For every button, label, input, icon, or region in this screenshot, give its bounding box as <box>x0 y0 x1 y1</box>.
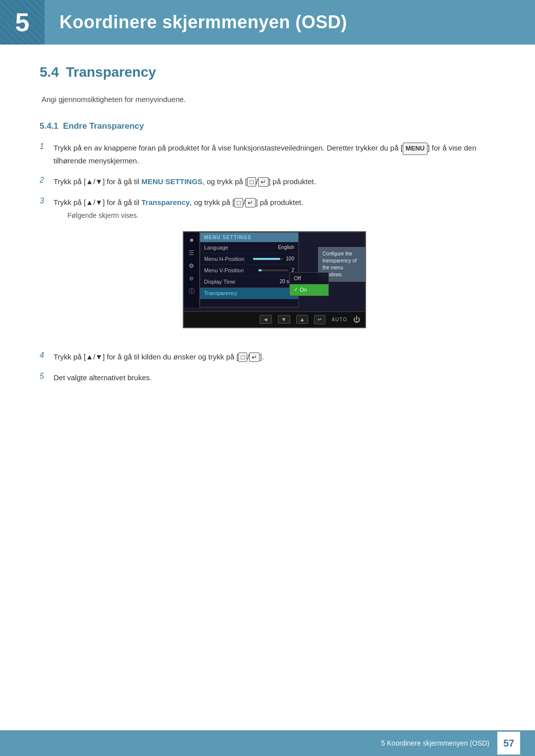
bottom-btn-enter: ↵ <box>314 315 325 324</box>
main-content: 5.4 Transparency Angi gjennomsiktigheten… <box>0 64 535 384</box>
bottom-power-icon: ⏻ <box>353 315 360 323</box>
osd-value-language: English <box>278 245 294 250</box>
section-description: Angi gjennomsiktigheten for menyvinduene… <box>42 95 495 103</box>
bar-fill-h-position <box>253 258 280 260</box>
monitor-sidebar: ■ ☰ ⚙ ⛭ ⓘ <box>184 232 200 307</box>
step-4: 4 Trykk på [▲/▼] for å gå til kilden du … <box>40 351 495 363</box>
footer-page-number: 57 <box>497 732 520 755</box>
osd-item-v-position: Menu V-Position 2 <box>200 265 298 276</box>
bar-h-position <box>253 258 283 260</box>
step-2: 2 Trykk på [▲/▼] for å gå til MENU SETTI… <box>40 176 495 188</box>
submenu-item-off: Off <box>290 273 328 284</box>
sidebar-icon-1: ■ <box>187 236 197 244</box>
osd-submenu: Off ✓ On <box>289 272 329 296</box>
step-4-text: Trykk på [▲/▼] for å gå til kilden du øn… <box>54 351 495 363</box>
following-text: Følgende skjerm vises. <box>67 211 495 219</box>
osd-menu: MENU SETTINGS Language English Menu H-Po… <box>200 232 299 307</box>
check-icon: ✓ <box>294 287 298 292</box>
sidebar-icon-2: ☰ <box>187 249 197 257</box>
bottom-btn-down: ▼ <box>278 315 290 324</box>
page-footer: 5 Koordinere skjermmenyen (OSD) 57 <box>0 730 535 756</box>
osd-label-language: Language <box>204 245 228 251</box>
subsection-title: 5.4.1 Endre Transparency <box>40 121 495 131</box>
nav-icon-4b: ↵ <box>249 353 260 362</box>
subsection-number: 5.4.1 <box>40 121 58 131</box>
nav-icon-2a: □ <box>247 177 256 187</box>
step-5: 5 Det valgte alternativet brukes. <box>40 372 495 384</box>
section-number: 5.4 <box>40 64 59 80</box>
bottom-auto-label: AUTO <box>331 317 347 322</box>
step-3-number: 3 <box>40 197 54 205</box>
step-1: 1 Trykk på en av knappene foran på produ… <box>40 142 495 167</box>
chapter-title: Koordinere skjermmenyen (OSD) <box>45 12 347 33</box>
osd-value-h-position: 100 <box>286 256 294 261</box>
sidebar-icon-settings: ⛭ <box>187 275 197 283</box>
screenshot-container: ■ ☰ ⚙ ⛭ ⓘ MENU SETTINGS <box>54 231 495 328</box>
section-title-text: Transparency <box>66 64 156 80</box>
step-2-number: 2 <box>40 176 54 185</box>
osd-item-transparency: Transparency <box>200 288 298 299</box>
bar-fill-v-position <box>259 269 262 271</box>
nav-icon-2b: ↵ <box>258 177 268 187</box>
step-2-highlight: MENU SETTINGS <box>142 177 203 186</box>
submenu-item-on: ✓ On <box>290 284 328 296</box>
step-2-text: Trykk på [▲/▼] for å gå til MENU SETTING… <box>54 176 495 188</box>
osd-item-empty <box>200 299 298 307</box>
section-title: 5.4 Transparency <box>40 64 495 80</box>
bottom-btn-left: ◄ <box>260 315 272 324</box>
nav-icon-3b: ↵ <box>245 198 256 207</box>
nav-icon-3a: □ <box>234 198 243 207</box>
step-4-number: 4 <box>40 351 54 360</box>
monitor-screen: ■ ☰ ⚙ ⛭ ⓘ MENU SETTINGS <box>183 231 366 328</box>
footer-chapter-text: 5 Koordinere skjermmenyen (OSD) <box>381 739 489 747</box>
step-1-number: 1 <box>40 142 54 151</box>
osd-label-v-position: Menu V-Position <box>204 267 244 273</box>
step-3-highlight: Transparency <box>142 198 190 206</box>
monitor-body: ■ ☰ ⚙ ⛭ ⓘ MENU SETTINGS <box>184 232 365 311</box>
monitor-bottom-bar: ◄ ▼ ▲ ↵ AUTO ⏻ <box>184 311 365 327</box>
step-3-text: Trykk på [▲/▼] for å gå til Transparency… <box>54 198 303 206</box>
sidebar-icon-3: ⚙ <box>187 262 197 270</box>
bar-v-position <box>259 269 288 271</box>
nav-icon-4a: □ <box>238 353 247 362</box>
osd-label-transparency: Transparency <box>204 290 237 296</box>
sidebar-icon-info: ⓘ <box>187 288 197 296</box>
menu-key: MENU <box>403 143 428 155</box>
header-banner: 5 Koordinere skjermmenyen (OSD) <box>0 0 535 45</box>
osd-label-h-position: Menu H-Position <box>204 256 244 262</box>
step-5-number: 5 <box>40 372 54 381</box>
chapter-number: 5 <box>0 0 45 45</box>
osd-menu-header: MENU SETTINGS <box>200 233 298 242</box>
monitor-inner: ■ ☰ ⚙ ⛭ ⓘ MENU SETTINGS <box>184 232 365 307</box>
osd-item-h-position: Menu H-Position 100 <box>200 253 298 265</box>
osd-item-language: Language English <box>200 242 298 253</box>
osd-item-display-time: Display Time 20 sec <box>200 276 298 288</box>
step-1-text: Trykk på en av knappene foran på produkt… <box>54 142 495 167</box>
step-5-text: Det valgte alternativet brukes. <box>54 372 495 384</box>
subsection-title-text: Endre Transparency <box>63 121 144 131</box>
steps-list: 1 Trykk på en av knappene foran på produ… <box>40 142 495 384</box>
osd-label-display-time: Display Time <box>204 279 235 285</box>
bottom-btn-up: ▲ <box>296 315 309 324</box>
step-3: 3 Trykk på [▲/▼] for å gå til Transparen… <box>40 197 495 342</box>
